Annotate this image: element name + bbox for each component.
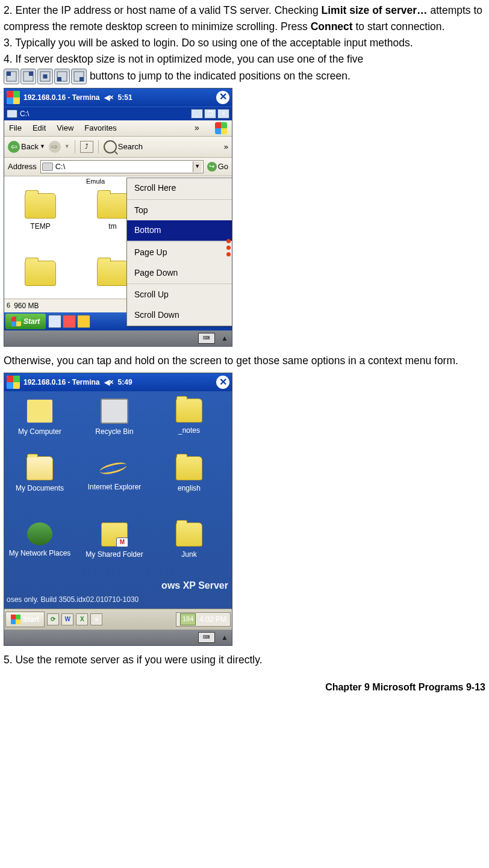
folder-temp[interactable]: TEMP bbox=[16, 193, 64, 232]
menu-edit[interactable]: Edit bbox=[33, 122, 46, 134]
desktop-shared-folder[interactable]: My Shared Folder bbox=[81, 522, 148, 560]
ctx-scroll-down[interactable]: Scroll Down bbox=[127, 305, 232, 326]
forward-menu-icon[interactable]: ▼ bbox=[64, 143, 70, 151]
address-label: Address bbox=[8, 161, 37, 173]
go-button[interactable]: ↪Go bbox=[207, 161, 228, 173]
quick-launch-word-icon[interactable]: W bbox=[61, 613, 73, 625]
maximize-button[interactable]: ❐ bbox=[204, 109, 216, 119]
step-2: 2. Enter the IP address or host name of … bbox=[4, 2, 485, 35]
up-folder-button[interactable]: ⤴ bbox=[80, 141, 93, 153]
desktop-network-places[interactable]: My Network Places bbox=[7, 522, 73, 559]
folder-label: TEMP bbox=[30, 221, 50, 232]
folder-icon bbox=[176, 456, 202, 480]
quick-launch-excel-icon[interactable]: X bbox=[76, 613, 88, 625]
svg-rect-1 bbox=[7, 72, 11, 76]
step4-text-a: 4. If server desktop size is not in opti… bbox=[4, 53, 363, 65]
speaker-icon[interactable]: ◀× bbox=[104, 92, 114, 104]
folder-icon bbox=[25, 261, 56, 286]
separator bbox=[127, 284, 232, 284]
remote-desktop[interactable]: My Computer Recycle Bin _notes My Docume… bbox=[4, 391, 232, 630]
folder-generic[interactable] bbox=[16, 261, 64, 286]
network-icon bbox=[27, 522, 52, 545]
ctx-page-down[interactable]: Page Down bbox=[127, 263, 232, 284]
connect-label: Connect bbox=[311, 20, 353, 33]
desktop-junk-folder[interactable]: Junk bbox=[156, 522, 222, 560]
quick-launch-icon[interactable] bbox=[48, 315, 61, 328]
ctx-scroll-up[interactable]: Scroll Up bbox=[127, 285, 232, 305]
search-button[interactable]: Search bbox=[104, 140, 143, 153]
page-footer: Chapter 9 Microsoft Programs 9-13 bbox=[4, 680, 485, 695]
address-combo[interactable]: C:\ ▼ bbox=[40, 160, 204, 173]
pos-bottom-left-icon[interactable] bbox=[54, 69, 70, 84]
pda-titlebar: 192.168.0.16 - Termina ◀× 5:51 ✕ bbox=[4, 88, 232, 107]
toolbar-overflow-icon[interactable]: » bbox=[224, 141, 228, 153]
desktop-my-documents[interactable]: My Documents bbox=[7, 456, 73, 494]
desktop-internet-explorer[interactable]: Internet Explorer bbox=[81, 456, 148, 493]
back-button[interactable]: ⇦Back▼ bbox=[8, 141, 45, 153]
menu-favorites[interactable]: Favorites bbox=[84, 122, 116, 134]
menu-overflow-icon[interactable]: » bbox=[192, 122, 202, 135]
icon-label: _notes bbox=[178, 425, 200, 436]
folder-icon bbox=[176, 522, 202, 547]
folder-icon bbox=[176, 398, 202, 423]
up-arrow-icon[interactable]: ▲ bbox=[221, 632, 228, 643]
classic-taskbar: Start ⟳ W X » 184 4:02 PM bbox=[4, 609, 232, 630]
forward-button[interactable]: ⇨ bbox=[49, 141, 61, 153]
start-label: Start bbox=[23, 614, 39, 625]
pos-top-left-icon[interactable] bbox=[4, 69, 19, 84]
window-close-button[interactable]: × bbox=[217, 109, 229, 119]
start-flag-icon bbox=[11, 317, 21, 326]
speaker-icon[interactable]: ◀× bbox=[104, 377, 114, 388]
position-buttons bbox=[4, 69, 87, 84]
icon-label: My Shared Folder bbox=[86, 549, 143, 560]
separator bbox=[127, 199, 232, 200]
back-label: Back bbox=[21, 141, 39, 153]
svg-rect-9 bbox=[79, 77, 84, 81]
scroll-context-menu: Scroll Here Top Bottom Page Up Page Down… bbox=[126, 178, 232, 326]
minimize-button[interactable]: _ bbox=[191, 109, 203, 119]
chevron-down-icon[interactable]: ▼ bbox=[193, 161, 202, 172]
address-value: C:\ bbox=[55, 161, 66, 173]
ctx-bottom[interactable]: Bottom bbox=[127, 220, 232, 241]
pos-top-right-icon[interactable] bbox=[20, 69, 36, 84]
desktop-recycle-bin[interactable]: Recycle Bin bbox=[81, 398, 148, 438]
keyboard-icon[interactable]: ⌨ bbox=[198, 333, 215, 344]
step-5: 5. Use the remote server as if you were … bbox=[4, 652, 485, 668]
start-flag-icon[interactable] bbox=[7, 376, 20, 389]
page-number: 9-13 bbox=[466, 682, 485, 692]
folder-icon bbox=[97, 261, 128, 286]
explorer-menubar: File Edit View Favorites » bbox=[4, 120, 232, 137]
up-arrow-icon[interactable]: ▲ bbox=[221, 333, 228, 344]
close-icon[interactable]: ✕ bbox=[216, 376, 229, 389]
start-flag-icon[interactable] bbox=[7, 91, 20, 104]
quick-launch-icon[interactable] bbox=[63, 315, 76, 328]
pda-titlebar: 192.168.0.16 - Termina ◀× 5:49 ✕ bbox=[4, 373, 232, 391]
quick-launch-icon[interactable] bbox=[77, 315, 90, 328]
start-flag-icon bbox=[11, 615, 20, 624]
limit-size-label: Limit size of server… bbox=[322, 4, 428, 16]
window-caption: C:\ _ ❐ × bbox=[4, 107, 232, 120]
desktop-english-folder[interactable]: english bbox=[156, 456, 222, 494]
close-icon[interactable]: ✕ bbox=[216, 91, 229, 104]
keyboard-icon[interactable]: ⌨ bbox=[198, 632, 215, 643]
tray-badge[interactable]: 184 bbox=[180, 613, 196, 625]
explorer-toolbar: ⇦Back▼ ⇨ ▼ ⤴ Search » bbox=[4, 137, 232, 158]
ctx-page-up[interactable]: Page Up bbox=[127, 243, 232, 263]
start-button[interactable]: Start bbox=[5, 314, 46, 329]
go-label: Go bbox=[218, 161, 228, 173]
quick-launch-refresh-icon[interactable]: ⟳ bbox=[47, 613, 59, 625]
desktop-notes-folder[interactable]: _notes bbox=[156, 398, 222, 436]
explorer-content: Emula TEMP tm Scroll Here Top Bottom Pag… bbox=[4, 176, 232, 330]
pda-title: 192.168.0.16 - Termina bbox=[23, 377, 100, 388]
throbber-flag-icon bbox=[215, 122, 227, 134]
pos-bottom-right-icon[interactable] bbox=[71, 69, 87, 84]
desktop-my-computer[interactable]: My Computer bbox=[7, 398, 73, 438]
ctx-top[interactable]: Top bbox=[127, 200, 232, 221]
pda-time: 5:49 bbox=[118, 377, 132, 388]
ctx-scroll-here[interactable]: Scroll Here bbox=[127, 178, 232, 199]
quick-launch-overflow-icon[interactable]: » bbox=[90, 613, 102, 625]
menu-view[interactable]: View bbox=[57, 122, 73, 134]
pos-center-icon[interactable] bbox=[37, 69, 53, 84]
start-button[interactable]: Start bbox=[5, 612, 45, 627]
menu-file[interactable]: File bbox=[9, 122, 22, 134]
